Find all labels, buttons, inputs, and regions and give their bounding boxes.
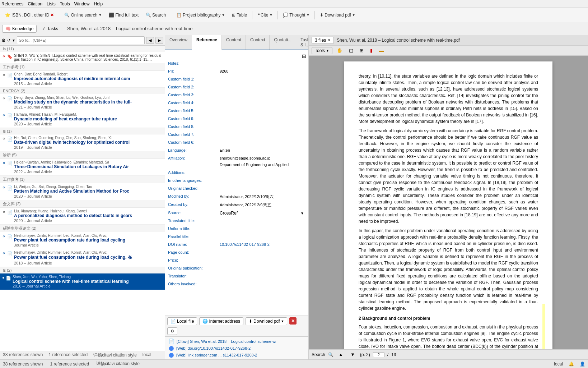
other-languages-value[interactable] [218,178,305,184]
group-label-thesis: 硕博生毕业论文 (2) [0,225,165,232]
ref-item-nesh1[interactable]: ⭘ 📄 Neshumayev, Dmitri; Rummel, Leo; Kon… [0,232,165,249]
file-item-springer-web[interactable]: ⬤ [Web] link.springer.com ... s11432-017… [167,351,306,358]
ref-item-he[interactable]: ⭘ 📄 He, Rui; Chen, Guoming; Dong, Che; S… [0,134,165,151]
ref-item-li[interactable]: ⭘ 📄 Li, Weijun; Gu, Sai; Zhang, Xiangpin… [0,183,165,200]
thought-button[interactable]: 💭 Thought ▼ [280,11,312,19]
menu-help[interactable]: Help [94,1,103,6]
local-file-button[interactable]: 📄 Local file [167,317,197,325]
download-pdf-button[interactable]: ⬇ Download pdf ▼ [317,11,358,19]
custom-field-4-value[interactable] [218,100,305,106]
uniform-title-value[interactable] [218,226,305,232]
article-icon-nesh1: 📄 [7,234,13,239]
pdf-tools-button[interactable]: Tools ▼ [312,47,332,54]
notes-value[interactable] [218,60,305,67]
file-item-doi-web[interactable]: ⬤ [Web] doi.org/10.1007/s11432-017-9268-… [167,345,306,351]
translator-value[interactable] [218,273,305,280]
project-bibliography-button[interactable]: 📋 Project bibliography ▼ [173,11,228,19]
page-count-value[interactable] [218,249,305,256]
doi-value[interactable]: 10.1007/s11432-017-9268-2 [218,242,305,248]
hand-tool[interactable]: ✋ [335,47,345,54]
ref-item-liu[interactable]: ⭘ 📄 Liu, Xiaoyang; Huang, Haizhou; Xiang… [0,208,165,225]
tab-content[interactable]: Content [222,35,246,50]
download-pdf-footer-button[interactable]: ⬇ Download pdf ▼ [246,317,287,325]
underline-tool[interactable]: ▬ [377,47,386,54]
custom-field-7-value[interactable] [218,132,305,138]
menu-lists[interactable]: Lists [47,1,56,6]
ref-item-shen-first[interactable]: ⭘ 🔖 SHEN X, WU Y, SHEN T.Logical control… [0,52,165,63]
article-icon-deng: 📄 [7,96,13,101]
menu-tools[interactable]: Tools [60,1,70,6]
affiliation-dept[interactable]: Department of Engineering and Applied [218,162,305,168]
page-input[interactable] [373,352,384,357]
affiliation-email[interactable]: shenxun@eagle.sophia.ac.jp [218,155,305,162]
dropdown-btn[interactable]: ▼ [12,38,15,42]
search-label: Search [312,352,325,357]
tab-quotations[interactable]: Quotati... [270,35,296,50]
doi-label: DOI name: [168,242,218,247]
additions-value[interactable] [218,170,305,176]
language-value[interactable]: En;en [218,147,305,154]
knowledge-button[interactable]: 🧠 Knowledge [2,25,37,33]
custom-field-5-value[interactable] [218,108,305,114]
tab-overview[interactable]: Overview [165,35,192,50]
download-dropdown: ▼ [281,319,284,323]
custom-field-9-value[interactable] [218,116,305,122]
original-pub-value[interactable] [218,265,305,272]
ref-item-chen[interactable]: ⭘ 📄 Chen, Jian; Bond Randall, Robert Imp… [0,71,165,88]
table-button[interactable]: ⊞ Table [229,11,250,19]
custom-field-6-value[interactable] [218,139,305,146]
menu-citation[interactable]: Citation [28,1,42,6]
go-nav-next[interactable]: ▶ [155,37,163,44]
ref-item-nesh2[interactable]: ⭘ 📄 Neshumayev, Dmitri; Rummel, Leo; Kon… [0,249,165,267]
parallel-title-value[interactable] [218,234,305,240]
ref-item-deng[interactable]: ⭘ 📄 Deng, Boyu; Zhang, Man; Shan, Lu; We… [0,94,165,111]
refs-shown-count: 38 references shown [3,352,43,358]
file-item-citavi[interactable]: 📄 [Citavi] Shen, Wu et al. 2018 – Logica… [167,338,306,345]
tab-tasks[interactable]: Tasks & l... [296,35,309,50]
cite-button[interactable]: ❝ Cite ▼ [255,11,275,19]
search-icon-pdf: 🔍 [328,352,333,357]
created-by-value[interactable]: Administrator, 2022/12/9/周五 [218,202,305,208]
go-nav-prev[interactable]: ◀ [146,37,154,44]
online-search-button[interactable]: 🔍 Online search ▼ [61,11,104,19]
doi-web-name: [Web] doi.org/10.1007/s11432-017-9268-2 [176,346,251,350]
menu-references[interactable]: References [1,1,23,6]
ref-title-heidari: Three-Dimensional Simulation of Leakages… [14,164,163,169]
custom-field-6-label: Custom field 6: [168,139,218,144]
snapshot-tool[interactable]: ⊞ [358,47,366,54]
tasks-button[interactable]: ✓ Tasks [39,25,61,33]
original-checked-value[interactable] [218,185,305,192]
custom-field-8-value[interactable] [218,124,305,130]
close-file-button[interactable]: ✕ [289,317,297,325]
ref-item-shen-selected[interactable]: ● 📄 Shen, Xun; Wu, Yuhu; Shen, Tielong L… [0,273,165,290]
internet-address-button[interactable]: 🌐 Internet address [199,317,243,325]
pii-value[interactable]: 9268 [218,68,305,75]
filter-button[interactable]: ⊟ [302,53,306,59]
files-badge[interactable]: 3 files ▼ [312,37,334,44]
select-tool[interactable]: ▢ [347,47,355,54]
author-li: Li, Weijun; Gu, Sai; Zhang, Xiangping; C… [14,185,163,189]
custom-field-2-label: Custom field 2: [168,84,218,89]
isbn-doi-button[interactable]: ⭐ ISBN, DOI, other ID ✕ [2,11,57,19]
others-involved-value[interactable] [218,281,305,288]
search-prev-btn[interactable]: ▲ [336,351,345,358]
modified-by-value[interactable]: Administrator, 2022/12/10/周六 [218,193,305,200]
settings-file-button[interactable]: ⚙ [167,327,177,335]
custom-field-3-value[interactable] [218,92,305,98]
search-next-btn[interactable]: ▼ [348,351,357,358]
source-value[interactable]: CrossRef ▼ [218,210,305,216]
tab-context[interactable]: Context [246,35,270,50]
search-button[interactable]: 🔍 Search [143,11,169,19]
menu-window[interactable]: Window [74,1,90,6]
tab-reference[interactable]: Reference [192,35,222,50]
find-full-text-button[interactable]: ⬛ Find full text [106,11,141,19]
translated-title-value[interactable] [218,218,305,224]
price-value[interactable] [218,257,305,264]
custom-field-1-value[interactable] [218,76,305,83]
custom-field-2-value[interactable] [218,84,305,91]
ref-item-harhara[interactable]: ⭘ 📄 Harhara, Ahmed; Hasan, M. FaruqueM. … [0,111,165,128]
highlight-tool[interactable]: ▮ [368,47,375,54]
source-dropdown[interactable]: ▼ [300,211,304,215]
ref-item-heidari[interactable]: ⭘ 📄 Heidari-Kaydan, Armin; Hajidavalloo,… [0,159,165,176]
search-input[interactable] [17,36,145,44]
